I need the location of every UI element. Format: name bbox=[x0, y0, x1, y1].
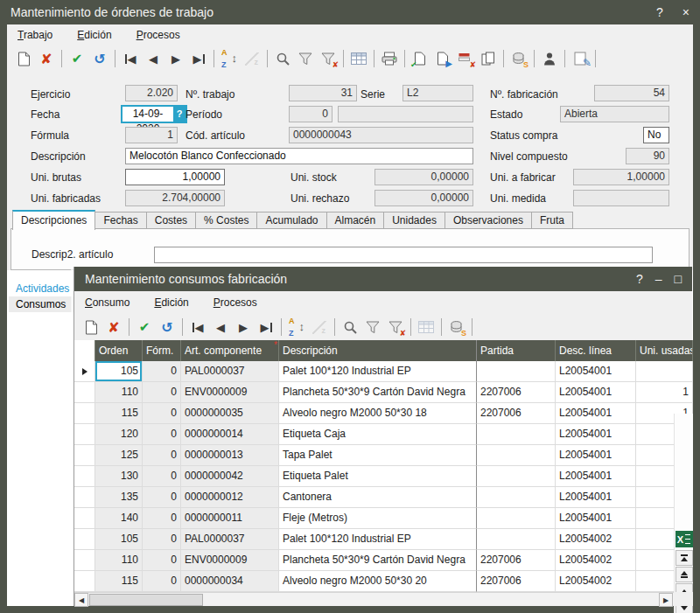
grid-cell-orden[interactable]: 110 bbox=[95, 382, 143, 403]
menu-consumo[interactable]: Consumo bbox=[85, 296, 130, 309]
n-fabricacion-field[interactable]: 54 bbox=[594, 85, 669, 101]
grid-cell-descripcion[interactable]: Palet 100*120 Industrial EP bbox=[279, 361, 477, 382]
uni-fabricadas-field[interactable]: 2.704,00000 bbox=[125, 190, 225, 206]
grid-cell-orden[interactable]: 135 bbox=[95, 487, 143, 508]
grid-cell-form[interactable]: 0 bbox=[143, 571, 181, 592]
grid-cell-articulo[interactable]: 0000000034 bbox=[181, 571, 279, 592]
filter-button[interactable] bbox=[294, 48, 317, 69]
status-compra-field[interactable]: No bbox=[643, 127, 669, 143]
copy-button[interactable] bbox=[477, 48, 500, 69]
grid-cell-linea[interactable]: L20054001 bbox=[556, 508, 636, 529]
tab-unidades[interactable]: Unidades bbox=[384, 212, 445, 229]
grid-cell-descripcion[interactable]: Fleje (Metros) bbox=[279, 508, 477, 529]
grid-cell-descripcion[interactable]: Tapa Palet bbox=[279, 445, 477, 466]
tab-observaciones[interactable]: Observaciones bbox=[445, 212, 532, 229]
grid-cell-descripcion[interactable]: Plancheta 50*30*9 Cartón David Negra bbox=[279, 382, 477, 403]
database-sql-button[interactable]: S bbox=[508, 48, 530, 69]
grid-cell-linea[interactable]: L20054002 bbox=[556, 571, 636, 592]
sidebar-item-consumos[interactable]: Consumos bbox=[9, 296, 74, 312]
user-button[interactable] bbox=[538, 48, 561, 69]
formula-field[interactable]: 1 bbox=[125, 127, 178, 143]
grid-cell-partida[interactable] bbox=[477, 466, 556, 487]
hscroll-right-button[interactable]: ▶ bbox=[659, 593, 673, 607]
new-button[interactable] bbox=[12, 48, 35, 69]
hscroll-thumb[interactable] bbox=[89, 594, 203, 606]
excel-export-button[interactable]: X bbox=[676, 531, 693, 547]
grid-row[interactable]: 14000000000011Fleje (Metros)L20054001 bbox=[74, 508, 693, 529]
grid-row[interactable]: 11500000000034Alveolo negro M2000 50*30 … bbox=[74, 571, 693, 592]
grid-cell-linea[interactable]: L20054002 bbox=[556, 529, 636, 550]
grid-cell-partida[interactable] bbox=[477, 424, 556, 445]
grid-header-articulo[interactable]: Art. componente* bbox=[181, 340, 279, 361]
grid-cell-linea[interactable]: L20054001 bbox=[556, 487, 636, 508]
sort-az-button[interactable]: AZ↕ bbox=[218, 48, 241, 69]
filter-clear-button[interactable]: ✘ bbox=[317, 48, 340, 69]
grid-cell-orden[interactable]: 115 bbox=[95, 403, 143, 424]
doc-confirm-button[interactable]: ✔ bbox=[409, 48, 431, 69]
grid-cell-partida[interactable] bbox=[477, 529, 556, 550]
grid-cell-articulo[interactable]: 0000000042 bbox=[181, 466, 279, 487]
grid-cell-uni[interactable]: 1 bbox=[636, 382, 693, 403]
grid-cell-linea[interactable]: L20054001 bbox=[556, 403, 636, 424]
grid-cell-partida[interactable] bbox=[477, 445, 556, 466]
menu-edicion[interactable]: Edición bbox=[77, 29, 111, 41]
delete-lines-button[interactable]: ✘ bbox=[454, 48, 477, 69]
grid-row[interactable]: 13000000000042Etiqueta PaletL20054001 bbox=[74, 466, 693, 487]
grid-cell-descripcion[interactable]: Alveolo negro M2000 50*30 20 bbox=[279, 571, 477, 592]
print-button[interactable] bbox=[378, 48, 401, 69]
grid-row[interactable]: 11500000000035Alveolo negro M2000 50*30 … bbox=[74, 403, 693, 424]
nivel-compuesto-field[interactable]: 90 bbox=[626, 148, 669, 164]
cod-articulo-field[interactable]: 0000000043 bbox=[289, 127, 473, 143]
next-record-button[interactable]: ▶ bbox=[164, 48, 187, 69]
doc-run-button[interactable]: ▶ bbox=[431, 48, 454, 69]
tab-almacen[interactable]: Almacén bbox=[327, 212, 385, 229]
serie-field[interactable]: L2 bbox=[402, 85, 473, 101]
child-last-record-button[interactable]: ▶ bbox=[255, 317, 277, 338]
child-help-button[interactable]: ? bbox=[636, 272, 643, 286]
uni-brutas-field[interactable]: 1,00000 bbox=[125, 169, 225, 185]
grid-hscrollbar[interactable]: ◀ ▶ bbox=[74, 592, 674, 606]
grid-cell-form[interactable]: 0 bbox=[143, 550, 181, 571]
child-database-sql-button[interactable]: S bbox=[445, 317, 468, 338]
grid-cell-partida[interactable]: 2207006 bbox=[477, 550, 556, 571]
grid-cell-articulo[interactable]: 0000000014 bbox=[181, 424, 279, 445]
confirm-button[interactable]: ✔ bbox=[66, 48, 88, 69]
child-confirm-button[interactable]: ✔ bbox=[133, 317, 156, 338]
child-new-button[interactable] bbox=[80, 317, 102, 338]
grid-cell-linea[interactable]: L20054002 bbox=[556, 550, 636, 571]
menu-procesos-child[interactable]: Procesos bbox=[214, 296, 257, 309]
prior-record-button[interactable]: ◀ bbox=[142, 48, 164, 69]
grid-header-linea[interactable]: Desc. línea bbox=[556, 340, 636, 361]
grid-cell-articulo[interactable]: 0000000035 bbox=[181, 403, 279, 424]
grid-header-orden[interactable]: Orden bbox=[95, 340, 143, 361]
descrip2-field[interactable] bbox=[154, 247, 653, 263]
grid-cell-orden[interactable]: 110 bbox=[95, 550, 143, 571]
grid-cell-orden[interactable]: 125 bbox=[95, 445, 143, 466]
grid-row[interactable]: 12500000000013Tapa PaletL20054001 bbox=[74, 445, 693, 466]
tab-fruta[interactable]: Fruta bbox=[532, 212, 573, 229]
help-button[interactable]: ? bbox=[656, 5, 663, 19]
grid-cell-orden[interactable]: 115 bbox=[95, 571, 143, 592]
fecha-help-button[interactable]: ? bbox=[173, 107, 186, 122]
grid-cell-articulo[interactable]: ENV0000009 bbox=[181, 550, 279, 571]
grid-header-partida[interactable]: Partida bbox=[477, 340, 556, 361]
delete-button[interactable]: ✘ bbox=[35, 48, 58, 69]
sidebar-item-actividades[interactable]: Actividades bbox=[9, 281, 74, 296]
tab-fechas[interactable]: Fechas bbox=[95, 212, 146, 229]
grid-cell-partida[interactable] bbox=[477, 487, 556, 508]
refresh-button[interactable]: ↺ bbox=[88, 48, 111, 69]
grid-cell-descripcion[interactable]: Palet 100*120 Industrial EP bbox=[279, 529, 477, 550]
grid-cell-orden[interactable]: 140 bbox=[95, 508, 143, 529]
hscroll-left-button[interactable]: ◀ bbox=[74, 593, 88, 607]
tab-descripciones[interactable]: Descripciones bbox=[12, 210, 95, 230]
grid-cell-articulo[interactable]: PAL0000037 bbox=[181, 529, 279, 550]
grid-row[interactable]: 1050PAL0000037Palet 100*120 Industrial E… bbox=[74, 529, 693, 550]
grid-cell-orden[interactable]: 120 bbox=[95, 424, 143, 445]
grid-cell-descripcion[interactable]: Etiqueta Caja bbox=[279, 424, 477, 445]
grid-cell-form[interactable]: 0 bbox=[143, 361, 181, 382]
grid-cell-partida[interactable]: 2207006 bbox=[477, 571, 556, 592]
grid-cell-articulo[interactable]: PAL0000037 bbox=[181, 361, 279, 382]
uni-rechazo-field[interactable]: 0,00000 bbox=[374, 190, 473, 206]
uni-medida-field[interactable] bbox=[573, 190, 669, 206]
child-next-record-button[interactable]: ▶ bbox=[232, 317, 255, 338]
